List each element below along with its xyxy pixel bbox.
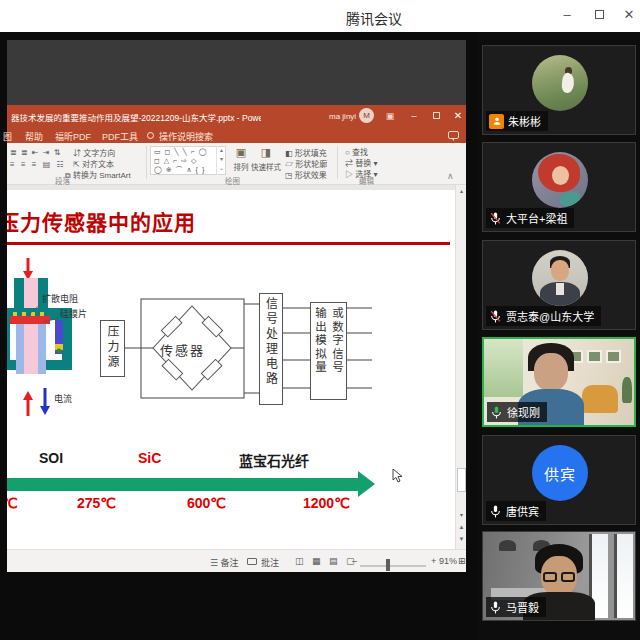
participant-tile[interactable]: 马晋毅 (482, 531, 636, 621)
smartart-button[interactable]: ⧉ 转换为 SmartArt (65, 169, 131, 181)
view-switcher-icons[interactable]: ◫ ▦ ▤ ▢ (295, 556, 358, 566)
list-buttons-icons[interactable]: ≣ ≣ ⇤ ⇥ ⇅ (10, 148, 61, 157)
ribbon-display-icon[interactable]: ▣ (381, 109, 399, 123)
participant-name: 朱彬彬 (508, 113, 541, 129)
zoom-percentage[interactable]: 91% (439, 556, 457, 566)
shapes-gallery[interactable]: ▭ ◻ ╲ ╲ ⌐ ◯ ◻ △ ⌐ ⇨ ◇ ◯ ※ ⌒ ∧ { } (150, 146, 226, 175)
window-titlebar: 腾讯会议 – ✕ (0, 0, 640, 32)
alignment-buttons-icons[interactable]: ≡ ≡ ≡ ▤ ☷ (10, 160, 66, 169)
meeting-content: 器技术发展的重要推动作用及展望-20221209-山东大学.pptx - Pow… (0, 32, 640, 640)
name-badge: 马晋毅 (486, 597, 546, 617)
tell-me-search[interactable]: 操作说明搜索 (159, 130, 213, 143)
glasses (543, 572, 557, 582)
restore-icon (433, 112, 440, 119)
gallery-up-icon[interactable]: ▴ (217, 146, 226, 155)
shapes-gallery-scroll[interactable]: ▴ ▾ ⌄ (216, 146, 226, 175)
block-pressure-source: 压力源 (100, 320, 125, 377)
search-icon: ○ (345, 148, 350, 157)
gallery-down-icon[interactable]: ▾ (217, 155, 226, 164)
ppt-close-button[interactable]: ✕ (449, 109, 467, 123)
participant-tile[interactable]: 大平台+梁祖 (482, 142, 636, 232)
ppt-menubar: 图 帮助 福昕PDF PDF工具 操作说明搜索 (7, 127, 466, 143)
participant-tile-active-speaker[interactable]: 徐现刚 (482, 337, 636, 427)
name-badge: 徐现刚 (487, 402, 547, 422)
powerpoint-window: 器技术发展的重要推动作用及展望-20221209-山东大学.pptx - Pow… (7, 105, 466, 572)
gallery-more-icon[interactable]: ⌄ (217, 164, 226, 173)
name-badge: 大平台+梁祖 (486, 208, 574, 228)
menu-tab-help[interactable]: 帮助 (25, 130, 43, 143)
shape-fill-button[interactable]: ◧ 形状填充 (285, 147, 327, 158)
block-output: 输出模拟量 或数字信号 (310, 302, 347, 400)
temp-label-275: 275℃ (77, 495, 116, 511)
comments-icon (247, 558, 257, 565)
minimize-button[interactable]: – (554, 4, 580, 26)
dropdown-icon: ▾ (373, 170, 377, 179)
find-button[interactable]: ○ 查找 (345, 146, 368, 157)
ppt-ribbon: ≣ ≣ ⇤ ⇥ ⇅ ≡ ≡ ≡ ▤ ☷ ⇵ 文字方向 ⇱ 对齐文本 ⧉ 转换为 … (7, 143, 466, 185)
ppt-statusbar: ☰ 备注 批注 ◫ ▦ ▤ ▢ – + 91% ⊞ (7, 549, 466, 572)
next-slide-icon[interactable]: ▼ (456, 536, 467, 542)
menu-tab-foxit-pdf[interactable]: 福昕PDF (55, 130, 91, 143)
shape-outline-icon: ▱ (285, 160, 293, 169)
shape-fill-icon: ◧ (285, 149, 293, 158)
fit-slide-icon[interactable]: ⊞ (458, 556, 466, 566)
previous-slide-icon[interactable]: ▲ (456, 524, 467, 530)
block-sensor-label: 传感器 (160, 340, 205, 359)
participant-tile[interactable]: 供宾 唐供宾 (482, 435, 636, 525)
zoom-slider-track[interactable] (360, 565, 426, 567)
menu-tab-view-clipped[interactable]: 图 (3, 130, 12, 143)
maximize-icon (595, 10, 604, 19)
material-label-sic: SiC (138, 450, 161, 466)
mic-active-icon (490, 405, 503, 420)
align-text-icon: ⇱ (73, 160, 80, 169)
ribbon-divider (146, 146, 147, 179)
participant-name: 大平台+梁祖 (506, 210, 567, 226)
ppt-minimize-button[interactable]: – (405, 109, 423, 123)
zoom-in-icon[interactable]: + (431, 556, 436, 566)
ppt-titlebar: 器技术发展的重要推动作用及展望-20221209-山东大学.pptx - Pow… (7, 105, 466, 127)
mic-on-icon (489, 504, 502, 519)
zoom-out-icon[interactable]: – (352, 556, 357, 566)
material-label-soi: SOI (39, 450, 63, 466)
label-diffused-resistor: 扩散电阻 (42, 293, 78, 304)
participant-name: 马晋毅 (506, 599, 539, 615)
notes-button[interactable]: ☰ 备注 (210, 556, 239, 569)
align-text-button[interactable]: ⇱ 对齐文本 (73, 158, 114, 169)
scroll-up-icon[interactable]: ▴ (456, 187, 467, 194)
block-signal-processing: 信号处理电路 (259, 293, 283, 405)
app-root: 腾讯会议 – ✕ 器技术发展的重要推动作用及展望-20221209-山东大学.p… (0, 0, 640, 640)
quick-styles-icon: ◨ (251, 146, 281, 159)
shapes-row2-icons: ◻ △ ⌐ ⇨ ◇ (154, 156, 225, 165)
maximize-button[interactable] (586, 4, 612, 26)
replace-button[interactable]: ⇄ 替换 ▾ (345, 157, 377, 168)
quick-styles-button[interactable]: ◨ 快速样式 (251, 146, 281, 172)
scrollbar-thumb[interactable] (457, 468, 466, 492)
shape-effects-button[interactable]: ◳ 形状效果 (285, 169, 327, 180)
temp-label-0: ℃ (7, 495, 18, 511)
avatar (532, 250, 588, 306)
material-label-sapphire-fiber: 蓝宝石光纤 (239, 450, 309, 470)
ppt-user-avatar[interactable]: M (359, 108, 374, 123)
participant-tile[interactable]: 贾志泰@山东大学 (482, 240, 636, 330)
collapse-ribbon-icon[interactable]: ∧ (447, 171, 454, 181)
ppt-restore-button[interactable] (427, 109, 445, 123)
shape-outline-button[interactable]: ▱ 形状轮廓 (285, 158, 327, 169)
pressure-sensor-cross-section: 扩散电阻 硅膜片 电流 (7, 256, 106, 418)
shared-screen-backdrop (7, 40, 466, 105)
temp-label-600: 600℃ (187, 495, 226, 511)
label-silicon-diaphragm: 硅膜片 (60, 308, 87, 319)
participant-name: 唐供宾 (506, 503, 539, 519)
scroll-down-icon[interactable]: ▾ (456, 511, 467, 518)
member-icon (489, 114, 504, 129)
close-button[interactable]: ✕ (616, 4, 640, 26)
name-badge: 朱彬彬 (486, 111, 548, 131)
comments-button[interactable]: 批注 (261, 556, 279, 569)
text-direction-button[interactable]: ⇵ 文字方向 (73, 147, 115, 158)
participant-tile[interactable]: 朱彬彬 (482, 45, 636, 135)
ppt-document-title: 器技术发展的重要推动作用及展望-20221209-山东大学.pptx - Pow… (11, 111, 261, 123)
slide-canvas[interactable]: 压力传感器中的应用 (7, 190, 455, 549)
zoom-slider-thumb[interactable] (386, 559, 390, 571)
menu-tab-pdf-tools[interactable]: PDF工具 (102, 130, 138, 143)
slide-scrollbar[interactable]: ▴ ▾ ▲ ▼ (455, 185, 466, 549)
comment-bubble-icon[interactable] (448, 131, 459, 139)
